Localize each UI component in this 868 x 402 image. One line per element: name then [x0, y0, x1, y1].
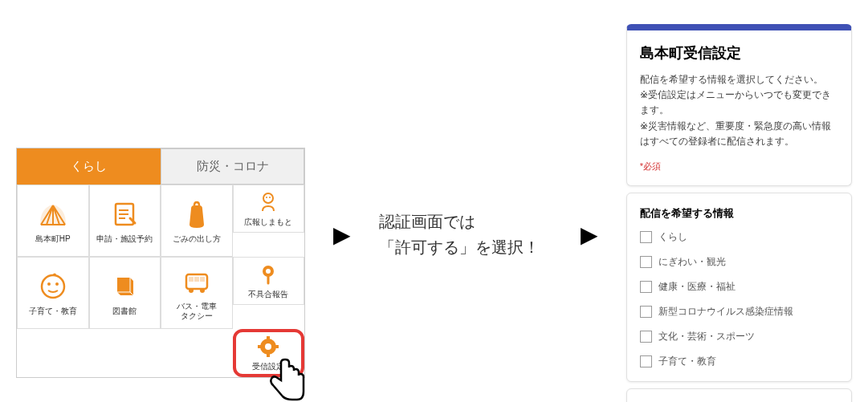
svg-point-14 — [266, 269, 271, 274]
grid-label: 不具合報告 — [248, 290, 288, 299]
checkbox-icon — [640, 281, 652, 293]
bus-icon — [180, 265, 214, 298]
form-header-card: 島本町受信設定 配信を希望する情報を選択してください。 ※受信設定はメニューから… — [626, 24, 852, 186]
svg-point-3 — [269, 197, 271, 198]
form-title: 島本町受信設定 — [640, 43, 838, 63]
checkbox-label: くらし — [658, 230, 687, 244]
grid-item-bus[interactable]: バス・電車 タクシー — [161, 257, 233, 329]
svg-rect-17 — [267, 336, 270, 340]
svg-rect-20 — [275, 345, 279, 348]
instruction-text: 認証画面では 「許可する」を選択！ — [379, 209, 552, 260]
book-icon — [108, 270, 141, 303]
grid-label: 広報しまもと — [244, 217, 292, 227]
checkbox-culture[interactable]: 文化・芸術・スポーツ — [640, 330, 838, 343]
grid-item-library[interactable]: 図書館 — [89, 257, 161, 329]
app-menu-panel: くらし 防災・コロナ 島本町HP 申請・施設予約 — [16, 148, 305, 378]
grid-item-child[interactable]: 子育て・教育 — [17, 257, 89, 329]
pointer-hand-icon — [265, 356, 309, 402]
svg-point-1 — [263, 193, 273, 203]
grid-item-trash[interactable]: ごみの出し方 — [161, 185, 233, 257]
checkbox-icon — [640, 231, 652, 243]
checkbox-label: 新型コロナウイルス感染症情報 — [658, 305, 793, 319]
pin-icon — [256, 262, 280, 286]
checkbox-icon — [640, 355, 652, 367]
checkbox-icon — [640, 331, 652, 343]
menu-grid: 島本町HP 申請・施設予約 ごみの出し方 — [17, 185, 304, 377]
tab-bar: くらし 防災・コロナ — [17, 148, 304, 185]
checkbox-living[interactable]: くらし — [640, 230, 838, 244]
form-section-preferences: 配信を希望する情報 くらし にぎわい・観光 健康・医療・福祉 新型コロナウイルス… — [626, 193, 852, 382]
svg-point-12 — [200, 288, 205, 293]
form-panel: 島本町受信設定 配信を希望する情報を選択してください。 ※受信設定はメニューから… — [626, 24, 852, 402]
tab-disaster[interactable]: 防災・コロナ — [161, 148, 304, 185]
checkbox-label: 健康・医療・福祉 — [658, 280, 736, 294]
checkbox-health[interactable]: 健康・医療・福祉 — [640, 280, 838, 294]
svg-point-2 — [266, 197, 267, 198]
form-icon — [108, 197, 141, 231]
grid-label: 子育て・教育 — [29, 307, 77, 316]
svg-point-6 — [55, 282, 59, 286]
checkbox-list: くらし にぎわい・観光 健康・医療・福祉 新型コロナウイルス感染症情報 文化・芸… — [640, 230, 838, 368]
grid-item-apply[interactable]: 申請・施設予約 — [89, 185, 161, 257]
checkbox-covid[interactable]: 新型コロナウイルス感染症情報 — [640, 305, 838, 319]
checkbox-childedu[interactable]: 子育て・教育 — [640, 355, 838, 368]
checkbox-tourism[interactable]: にぎわい・観光 — [640, 255, 838, 269]
svg-rect-9 — [194, 277, 199, 282]
svg-point-5 — [47, 282, 51, 286]
grid-label: 申請・施設予約 — [96, 234, 153, 244]
arrow-right-icon: ▶ — [581, 221, 598, 248]
svg-rect-19 — [258, 345, 262, 348]
baby-icon — [36, 270, 70, 303]
section-title: 配信を希望する情報 — [640, 206, 838, 221]
grid-label: バス・電車 タクシー — [177, 302, 217, 321]
form-section-trash: ごみの収集日リマインド配信 受け取りたいごみの種類と地域をご選択 — [626, 388, 852, 402]
form-description: 配信を希望する情報を選択してください。 ※受信設定はメニューからいつでも変更でき… — [640, 72, 838, 149]
checkbox-icon — [640, 306, 652, 318]
grid-item-report[interactable]: 不具合報告 — [233, 257, 305, 305]
grid-label: 図書館 — [112, 307, 137, 316]
arrow-right-icon: ▶ — [333, 221, 351, 248]
grid-item-hp[interactable]: 島本町HP — [17, 185, 89, 257]
svg-rect-10 — [200, 277, 205, 282]
person-icon — [256, 190, 280, 214]
svg-point-11 — [189, 288, 194, 293]
grid-item-pr[interactable]: 広報しまもと — [233, 185, 305, 233]
fan-icon — [36, 197, 70, 231]
grid-label: 島本町HP — [35, 234, 71, 244]
checkbox-icon — [640, 256, 652, 268]
svg-point-4 — [42, 275, 64, 298]
tab-living[interactable]: くらし — [17, 148, 161, 185]
svg-rect-8 — [189, 277, 194, 282]
checkbox-label: にぎわい・観光 — [658, 255, 726, 269]
trash-icon — [180, 197, 214, 231]
grid-label: ごみの出し方 — [173, 234, 221, 244]
checkbox-label: 子育て・教育 — [658, 355, 716, 368]
required-label: *必須 — [640, 160, 838, 173]
gear-icon — [256, 335, 280, 359]
checkbox-label: 文化・芸術・スポーツ — [658, 330, 755, 343]
svg-point-16 — [265, 343, 271, 350]
